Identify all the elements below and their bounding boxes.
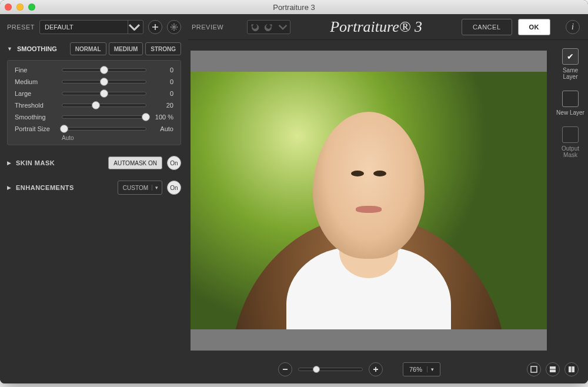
skin-mask-title: SKIN MASK <box>16 159 55 166</box>
left-panel: PRESET DEFAULT ▼ SMOOTHING <box>0 14 188 383</box>
cancel-button[interactable]: CANCEL <box>462 19 512 35</box>
triangle-right-icon[interactable]: ▶ <box>7 160 11 166</box>
smoothing-label: Smoothing <box>15 114 57 121</box>
zoom-value-dropdown[interactable]: 76% ▾ <box>403 362 440 376</box>
smoothing-section: ▼ SMOOTHING NORMAL MEDIUM STRONG Fine 0 <box>7 42 181 145</box>
large-label: Large <box>15 90 57 97</box>
view-split-horizontal-button[interactable] <box>546 362 560 376</box>
svg-rect-4 <box>569 366 572 372</box>
window-title: Portraiture 3 <box>0 3 588 12</box>
titlebar: Portraiture 3 <box>0 0 588 14</box>
smoothing-value: 100 % <box>151 114 173 121</box>
view-single-button[interactable] <box>527 362 541 376</box>
preset-value: DEFAULT <box>45 24 74 31</box>
preview-label: PREVIEW <box>192 24 223 31</box>
preset-settings-button[interactable] <box>167 20 181 34</box>
large-slider[interactable] <box>62 92 146 95</box>
chevron-down-icon: ▾ <box>427 366 434 372</box>
fine-label: Fine <box>15 66 57 74</box>
enhancements-mode-dropdown[interactable]: CUSTOM ▾ <box>118 181 162 195</box>
triangle-right-icon[interactable]: ▶ <box>7 185 11 191</box>
smoothing-mode-strong[interactable]: STRONG <box>145 42 181 55</box>
chevron-down-icon <box>128 21 141 34</box>
history-dropdown[interactable] <box>276 21 290 34</box>
preset-dropdown[interactable]: DEFAULT <box>39 20 143 34</box>
ok-button[interactable]: OK <box>518 19 551 35</box>
svg-rect-3 <box>550 370 556 373</box>
bottom-toolbar: 76% ▾ <box>188 355 588 383</box>
top-toolbar: PREVIEW Portraiture® 3 CANCEL OK i <box>188 14 588 40</box>
threshold-slider[interactable] <box>62 104 146 107</box>
triangle-down-icon[interactable]: ▼ <box>7 46 12 52</box>
large-value: 0 <box>151 90 173 97</box>
threshold-label: Threshold <box>15 102 57 109</box>
svg-point-0 <box>173 26 175 28</box>
new-layer-option[interactable]: New Layer <box>556 91 584 116</box>
smoothing-title: SMOOTHING <box>17 45 57 52</box>
preset-label: PRESET <box>7 24 35 31</box>
svg-rect-5 <box>572 366 575 372</box>
same-layer-option[interactable]: ✔ Same Layer <box>556 48 584 80</box>
enhancements-section-header: ▶ ENHANCEMENTS CUSTOM ▾ On <box>7 181 181 195</box>
chevron-down-icon: ▾ <box>152 185 158 191</box>
skin-mask-toggle[interactable]: On <box>167 156 181 170</box>
fine-slider[interactable] <box>62 68 146 72</box>
smoothing-slider[interactable] <box>62 115 146 119</box>
auto-label: Auto <box>62 135 173 141</box>
preview-area[interactable] <box>191 51 547 351</box>
threshold-value: 20 <box>151 102 173 109</box>
medium-label: Medium <box>15 78 57 85</box>
zoom-in-button[interactable] <box>369 362 383 376</box>
svg-rect-2 <box>550 366 556 369</box>
check-icon: ✔ <box>567 52 574 61</box>
enhancements-title: ENHANCEMENTS <box>16 184 74 191</box>
undo-button[interactable] <box>248 21 262 34</box>
output-mask-option[interactable]: Output Mask <box>556 126 584 158</box>
smoothing-mode-medium[interactable]: MEDIUM <box>109 42 143 55</box>
enhancements-toggle[interactable]: On <box>167 181 181 195</box>
portrait-size-label: Portrait Size <box>15 125 57 132</box>
info-button[interactable]: i <box>566 20 580 34</box>
brand-logo: Portraiture® 3 <box>330 18 422 36</box>
medium-value: 0 <box>151 78 173 85</box>
output-options-column: ✔ Same Layer New Layer Output Mask <box>553 40 588 355</box>
add-preset-button[interactable] <box>148 20 162 34</box>
portrait-size-slider[interactable] <box>62 127 146 131</box>
redo-button[interactable] <box>262 21 276 34</box>
preview-image <box>191 72 547 330</box>
automask-button[interactable]: AUTOMASK ON <box>108 156 162 169</box>
zoom-slider[interactable] <box>298 368 363 371</box>
portrait-size-value: Auto <box>151 125 173 132</box>
skin-mask-section-header: ▶ SKIN MASK AUTOMASK ON On <box>7 156 181 170</box>
fine-value: 0 <box>151 66 173 74</box>
history-buttons <box>247 20 290 34</box>
view-split-vertical-button[interactable] <box>564 362 579 376</box>
svg-rect-1 <box>531 366 537 372</box>
medium-slider[interactable] <box>62 80 146 84</box>
smoothing-mode-normal[interactable]: NORMAL <box>70 42 106 55</box>
zoom-out-button[interactable] <box>278 362 292 376</box>
